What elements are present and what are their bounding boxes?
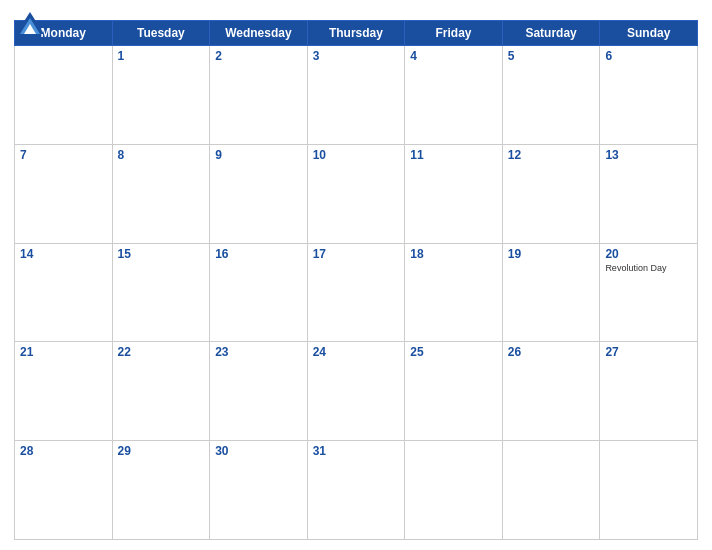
day-number: 28 <box>20 444 33 458</box>
day-number: 4 <box>410 49 417 63</box>
day-number: 29 <box>118 444 131 458</box>
week-row-4: 21222324252627 <box>15 342 698 441</box>
calendar-cell: 20Revolution Day <box>600 243 698 342</box>
day-number: 30 <box>215 444 228 458</box>
day-number: 16 <box>215 247 228 261</box>
calendar-cell: 24 <box>307 342 405 441</box>
calendar-cell: 28 <box>15 441 113 540</box>
day-number: 13 <box>605 148 618 162</box>
day-number: 15 <box>118 247 131 261</box>
day-number: 20 <box>605 247 618 261</box>
calendar-cell: 7 <box>15 144 113 243</box>
calendar-cell: 29 <box>112 441 210 540</box>
calendar-cell: 12 <box>502 144 600 243</box>
calendar-cell: 23 <box>210 342 308 441</box>
calendar-cell <box>405 441 503 540</box>
days-header-row: MondayTuesdayWednesdayThursdayFridaySatu… <box>15 21 698 46</box>
calendar-cell: 11 <box>405 144 503 243</box>
day-header-sunday: Sunday <box>600 21 698 46</box>
week-row-5: 28293031 <box>15 441 698 540</box>
day-number: 18 <box>410 247 423 261</box>
day-number: 5 <box>508 49 515 63</box>
day-number: 11 <box>410 148 423 162</box>
calendar-cell: 5 <box>502 46 600 145</box>
day-header-thursday: Thursday <box>307 21 405 46</box>
calendar-cell: 9 <box>210 144 308 243</box>
calendar-table: MondayTuesdayWednesdayThursdayFridaySatu… <box>14 20 698 540</box>
day-number: 3 <box>313 49 320 63</box>
day-number: 2 <box>215 49 222 63</box>
day-number: 23 <box>215 345 228 359</box>
week-row-3: 14151617181920Revolution Day <box>15 243 698 342</box>
logo <box>14 10 45 30</box>
calendar-cell: 6 <box>600 46 698 145</box>
day-number: 25 <box>410 345 423 359</box>
day-number: 12 <box>508 148 521 162</box>
calendar-cell <box>502 441 600 540</box>
day-number: 10 <box>313 148 326 162</box>
day-number: 22 <box>118 345 131 359</box>
day-number: 26 <box>508 345 521 359</box>
calendar-cell: 8 <box>112 144 210 243</box>
calendar-cell: 14 <box>15 243 113 342</box>
calendar-cell: 22 <box>112 342 210 441</box>
day-header-wednesday: Wednesday <box>210 21 308 46</box>
calendar-cell: 30 <box>210 441 308 540</box>
calendar-cell: 2 <box>210 46 308 145</box>
day-number: 8 <box>118 148 125 162</box>
calendar-cell: 3 <box>307 46 405 145</box>
day-header-friday: Friday <box>405 21 503 46</box>
calendar-cell <box>600 441 698 540</box>
calendar-cell: 1 <box>112 46 210 145</box>
calendar-header <box>14 10 698 14</box>
day-number: 9 <box>215 148 222 162</box>
day-number: 7 <box>20 148 27 162</box>
calendar-cell: 27 <box>600 342 698 441</box>
calendar-cell: 19 <box>502 243 600 342</box>
logo-icon <box>14 10 42 30</box>
day-number: 24 <box>313 345 326 359</box>
day-header-saturday: Saturday <box>502 21 600 46</box>
day-number: 17 <box>313 247 326 261</box>
day-number: 19 <box>508 247 521 261</box>
calendar-cell: 18 <box>405 243 503 342</box>
day-number: 1 <box>118 49 125 63</box>
calendar-cell: 10 <box>307 144 405 243</box>
day-number: 6 <box>605 49 612 63</box>
holiday-label: Revolution Day <box>605 263 692 274</box>
calendar-cell: 17 <box>307 243 405 342</box>
day-header-tuesday: Tuesday <box>112 21 210 46</box>
calendar-cell: 25 <box>405 342 503 441</box>
week-row-2: 78910111213 <box>15 144 698 243</box>
calendar-cell: 16 <box>210 243 308 342</box>
calendar-cell: 13 <box>600 144 698 243</box>
calendar-cell: 26 <box>502 342 600 441</box>
day-number: 31 <box>313 444 326 458</box>
day-number: 27 <box>605 345 618 359</box>
day-number: 21 <box>20 345 33 359</box>
calendar-cell: 4 <box>405 46 503 145</box>
calendar-cell: 31 <box>307 441 405 540</box>
calendar-cell: 21 <box>15 342 113 441</box>
calendar-cell: 15 <box>112 243 210 342</box>
week-row-1: 123456 <box>15 46 698 145</box>
day-number: 14 <box>20 247 33 261</box>
calendar-cell <box>15 46 113 145</box>
